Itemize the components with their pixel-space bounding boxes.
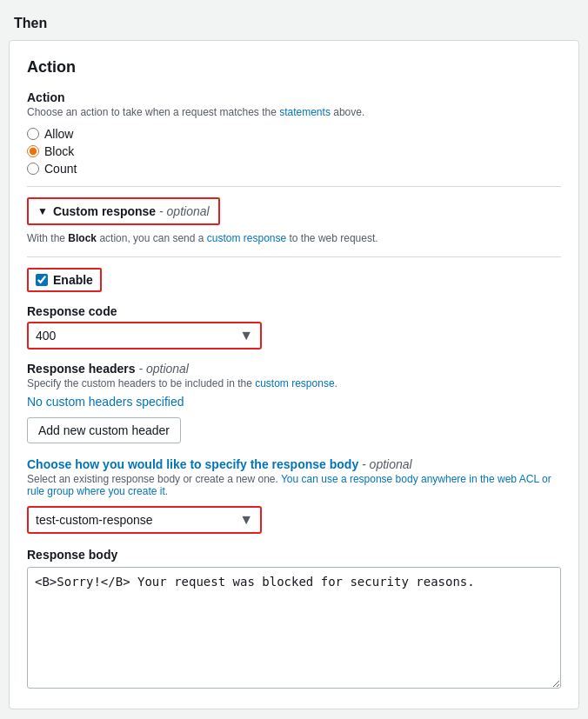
- chevron-down-icon: ▼: [37, 205, 48, 217]
- block-bold-text: Block: [68, 232, 97, 244]
- response-headers-optional: - optional: [138, 362, 189, 376]
- action-label: Action: [27, 90, 561, 104]
- action-radio-group: Allow Block Count: [27, 127, 561, 176]
- response-code-select[interactable]: 200 201 400 401 403 404 429 500 503: [29, 323, 232, 348]
- response-code-label: Response code: [27, 304, 561, 318]
- radio-item-allow: Allow: [27, 127, 561, 141]
- divider-1: [27, 186, 561, 187]
- response-body-select-wrapper: test-custom-response Create new response…: [27, 506, 262, 534]
- with-block-description: With the Block action, you can send a cu…: [27, 232, 561, 244]
- page-wrapper: Then Action Action Choose an action to t…: [0, 0, 588, 719]
- response-code-dropdown-icon: ▼: [232, 328, 260, 343]
- radio-count-label: Count: [44, 162, 77, 176]
- choose-body-label: Choose how you would like to specify the…: [27, 457, 561, 471]
- enable-checkbox-wrapper: Enable: [27, 268, 102, 292]
- footer: Cancel Save rule: [0, 709, 588, 719]
- radio-count[interactable]: [27, 163, 39, 175]
- enable-checkbox[interactable]: [36, 274, 48, 286]
- then-label: Then: [0, 9, 588, 40]
- radio-allow[interactable]: [27, 128, 39, 140]
- response-code-select-wrapper: 200 201 400 401 403 404 429 500 503 ▼: [27, 322, 262, 350]
- action-description: Choose an action to take when a request …: [27, 106, 561, 118]
- response-body-label: Response body: [27, 548, 561, 562]
- response-body-dropdown-icon: ▼: [232, 512, 260, 528]
- no-headers-text: No custom headers specified: [27, 395, 561, 409]
- action-card: Action Action Choose an action to take w…: [9, 40, 579, 709]
- radio-allow-label: Allow: [44, 127, 73, 141]
- radio-item-count: Count: [27, 162, 561, 176]
- radio-block[interactable]: [27, 145, 39, 157]
- action-section: Action Choose an action to take when a r…: [27, 90, 561, 176]
- response-headers-label: Response headers - optional: [27, 362, 561, 376]
- card-title: Action: [27, 58, 561, 77]
- custom-response-body-link[interactable]: custom response: [255, 377, 334, 389]
- custom-response-optional: - optional: [159, 204, 210, 218]
- response-headers-description: Specify the custom headers to be include…: [27, 377, 561, 389]
- add-new-custom-header-button[interactable]: Add new custom header: [27, 417, 181, 443]
- custom-response-link[interactable]: custom response: [207, 232, 286, 244]
- custom-response-label: Custom response - optional: [53, 204, 210, 218]
- statements-link[interactable]: statements: [279, 106, 331, 118]
- radio-item-block: Block: [27, 144, 561, 158]
- radio-block-label: Block: [44, 144, 74, 158]
- enable-label: Enable: [53, 273, 93, 287]
- custom-response-toggle[interactable]: ▼ Custom response - optional: [27, 197, 220, 225]
- choose-body-description: Select an existing response body or crea…: [27, 473, 561, 497]
- divider-2: [27, 256, 561, 257]
- web-acl-link[interactable]: You can use a response body anywhere in …: [27, 473, 551, 497]
- choose-body-optional: - optional: [362, 457, 412, 471]
- response-body-textarea[interactable]: <B>Sorry!</B> Your request was blocked f…: [27, 567, 561, 689]
- response-body-select[interactable]: test-custom-response Create new response…: [29, 508, 232, 532]
